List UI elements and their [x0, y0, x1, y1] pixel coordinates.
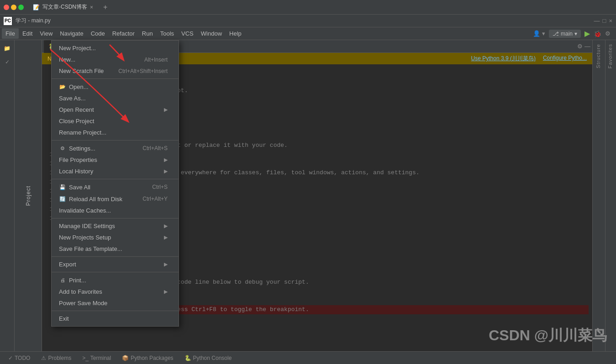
window-controls: [4, 5, 24, 10]
menu-tools[interactable]: Tools: [157, 28, 178, 39]
structure-panel-label[interactable]: Structure: [593, 40, 605, 72]
menu-refactor[interactable]: Refactor: [109, 28, 138, 39]
reload-icon: 🔄: [59, 195, 66, 203]
menu-open[interactable]: 📂 Open...: [52, 81, 179, 93]
add-favorites-label: Add to Favorites: [59, 288, 102, 295]
separator-2: [52, 140, 179, 140]
browser-title: 📝 写文章-CSDN博客 × +: [27, 1, 109, 13]
ide-title: 学习 - main.py: [16, 17, 51, 25]
gear-icon[interactable]: ⚙: [605, 30, 611, 37]
problems-icon: ⚠: [41, 355, 46, 361]
save-icon: 💾: [59, 183, 66, 191]
sidebar-project-icon[interactable]: 📁: [1, 42, 14, 55]
menu-new-project[interactable]: New Project...: [52, 42, 179, 54]
menu-manage-ide[interactable]: Manage IDE Settings ▶: [52, 220, 179, 232]
menu-help[interactable]: Help: [226, 28, 245, 39]
settings-shortcut: Ctrl+Alt+S: [142, 145, 168, 151]
menu-settings[interactable]: ⚙ Settings... Ctrl+Alt+S: [52, 142, 179, 154]
separator-5: [52, 256, 179, 257]
bottom-tabs: ✓ TODO ⚠ Problems >_ Terminal 📦 Python P…: [0, 351, 616, 364]
manage-ide-label: Manage IDE Settings: [59, 223, 115, 229]
menu-close-project[interactable]: Close Project: [52, 115, 179, 127]
close-project-label: Close Project: [59, 118, 94, 125]
menu-save-as[interactable]: Save As...: [52, 93, 179, 104]
add-favorites-arrow: ▶: [164, 289, 168, 295]
menu-new-projects-setup[interactable]: New Projects Setup ▶: [52, 232, 179, 243]
menu-view[interactable]: View: [36, 28, 56, 39]
ide-close-icon[interactable]: ×: [609, 17, 612, 24]
new-shortcut: Alt+Insert: [144, 57, 168, 63]
ide-minimize-icon[interactable]: —: [594, 17, 600, 24]
use-interpreter-link[interactable]: Use Python 3.9 (川川菜鸟): [471, 55, 536, 62]
configure-interpreter-link[interactable]: Configure Pytho...: [543, 55, 587, 62]
menu-export[interactable]: Export ▶: [52, 259, 179, 270]
ide-window: PC 学习 - main.py — □ × File Edit View Nav…: [0, 15, 616, 364]
ide-logo: PC: [4, 17, 12, 25]
menu-navigate[interactable]: Navigate: [56, 28, 87, 39]
separator-4: [52, 218, 179, 218]
menu-exit[interactable]: Exit: [52, 313, 179, 324]
maximize-btn[interactable]: [18, 5, 24, 10]
menu-run[interactable]: Run: [138, 28, 157, 39]
save-all-shortcut: Ctrl+S: [152, 184, 168, 190]
packages-label: Python Packages: [131, 355, 173, 361]
menu-local-history[interactable]: Local History ▶: [52, 166, 179, 177]
reload-label: Reload All from Disk: [69, 196, 122, 203]
sidebar-icons: 📁 ✓: [0, 40, 15, 351]
tab-close-icon[interactable]: ×: [90, 4, 93, 10]
menu-file-properties[interactable]: File Properties ▶: [52, 154, 179, 166]
terminal-label: Terminal: [90, 355, 111, 361]
favorites-panel-label[interactable]: Favorites: [605, 40, 616, 72]
debug-button[interactable]: 🐞: [594, 30, 601, 37]
python-packages-tab[interactable]: 📦 Python Packages: [117, 353, 178, 363]
settings-icon[interactable]: ⚙: [577, 43, 583, 50]
save-as-label: Save As...: [59, 95, 86, 102]
menu-power-save[interactable]: Power Save Mode: [52, 297, 179, 309]
browser-tab[interactable]: 📝 写文章-CSDN博客 ×: [27, 1, 99, 13]
minimize-editor-icon[interactable]: —: [584, 43, 590, 50]
menu-print[interactable]: 🖨 Print...: [52, 274, 179, 286]
local-history-label: Local History: [59, 168, 93, 175]
favorites-sidebar: Favorites: [605, 40, 616, 351]
user-icon[interactable]: 👤 ▾: [533, 30, 545, 37]
file-dropdown-menu: New Project... New... Alt+Insert New Scr…: [51, 40, 179, 327]
menu-reload-disk[interactable]: 🔄 Reload All from Disk Ctrl+Alt+Y: [52, 193, 179, 205]
local-history-arrow: ▶: [164, 168, 168, 174]
ide-maximize-icon[interactable]: □: [603, 17, 606, 24]
todo-tab[interactable]: ✓ TODO: [4, 353, 35, 363]
sidebar-commit-icon[interactable]: ✓: [1, 56, 14, 68]
separator-6: [52, 272, 179, 272]
menu-add-favorites[interactable]: Add to Favorites ▶: [52, 286, 179, 297]
menu-invalidate-caches[interactable]: Invalidate Caches...: [52, 205, 179, 216]
problems-tab[interactable]: ⚠ Problems: [37, 353, 76, 363]
menu-save-all[interactable]: 💾 Save All Ctrl+S: [52, 181, 179, 193]
minimize-btn[interactable]: [11, 5, 16, 10]
menu-open-recent[interactable]: Open Recent ▶: [52, 104, 179, 115]
menu-new-scratch[interactable]: New Scratch File Ctrl+Alt+Shift+Insert: [52, 65, 179, 77]
menu-window[interactable]: Window: [197, 28, 226, 39]
project-panel[interactable]: Project: [15, 40, 42, 351]
menu-edit[interactable]: Edit: [19, 28, 36, 39]
menu-rename-project[interactable]: Rename Project...: [52, 127, 179, 138]
menu-save-template[interactable]: Save File as Template...: [52, 243, 179, 255]
file-properties-label: File Properties: [59, 156, 97, 163]
menu-code[interactable]: Code: [87, 28, 109, 39]
menu-vcs[interactable]: VCS: [178, 28, 197, 39]
branch-button[interactable]: ⎇ main ▾: [549, 30, 581, 38]
close-btn[interactable]: [4, 5, 9, 10]
new-projects-setup-label: New Projects Setup: [59, 234, 111, 241]
terminal-icon: >_: [82, 355, 89, 361]
export-label: Export: [59, 261, 76, 268]
print-icon: 🖨: [59, 276, 66, 284]
terminal-tab[interactable]: >_ Terminal: [78, 353, 116, 363]
new-tab-button[interactable]: +: [101, 3, 109, 11]
todo-label: TODO: [15, 355, 30, 361]
open-label: Open...: [69, 83, 89, 90]
power-save-label: Power Save Mode: [59, 300, 107, 307]
menu-new[interactable]: New... Alt+Insert: [52, 54, 179, 65]
menu-file[interactable]: File: [2, 28, 19, 39]
python-console-tab[interactable]: 🐍 Python Console: [180, 353, 237, 363]
separator-3: [52, 179, 179, 179]
run-button[interactable]: ▶: [584, 29, 590, 38]
console-icon: 🐍: [184, 355, 191, 361]
